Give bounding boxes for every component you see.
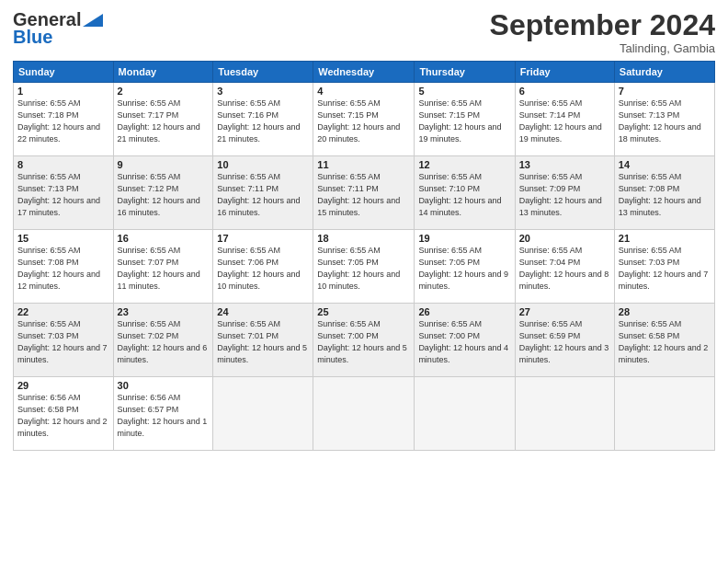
day-number: 8	[17, 159, 109, 170]
day-info: Sunrise: 6:55 AMSunset: 6:58 PMDaylight:…	[619, 318, 711, 366]
calendar-row: 15Sunrise: 6:55 AMSunset: 7:08 PMDayligh…	[14, 230, 715, 304]
calendar-cell: 6Sunrise: 6:55 AMSunset: 7:14 PMDaylight…	[515, 83, 614, 156]
calendar-cell: 15Sunrise: 6:55 AMSunset: 7:08 PMDayligh…	[14, 230, 114, 304]
day-info: Sunrise: 6:55 AMSunset: 7:11 PMDaylight:…	[317, 171, 410, 219]
calendar-cell: 14Sunrise: 6:55 AMSunset: 7:08 PMDayligh…	[614, 156, 714, 230]
logo: General Blue	[13, 9, 103, 48]
calendar-cell: 26Sunrise: 6:55 AMSunset: 7:00 PMDayligh…	[415, 304, 515, 377]
calendar-cell: 17Sunrise: 6:55 AMSunset: 7:06 PMDayligh…	[213, 230, 313, 304]
calendar-row: 8Sunrise: 6:55 AMSunset: 7:13 PMDaylight…	[14, 156, 715, 230]
day-number: 26	[418, 306, 510, 317]
day-number: 6	[519, 86, 610, 97]
calendar-header-row: Sunday Monday Tuesday Wednesday Thursday…	[14, 62, 715, 83]
col-tuesday: Tuesday	[213, 62, 313, 83]
day-info: Sunrise: 6:55 AMSunset: 7:09 PMDaylight:…	[519, 171, 610, 219]
day-info: Sunrise: 6:55 AMSunset: 7:07 PMDaylight:…	[118, 245, 210, 293]
day-number: 29	[17, 380, 109, 391]
calendar-cell: 24Sunrise: 6:55 AMSunset: 7:01 PMDayligh…	[213, 304, 313, 377]
calendar-cell: 18Sunrise: 6:55 AMSunset: 7:05 PMDayligh…	[313, 230, 415, 304]
day-number: 19	[418, 233, 510, 244]
month-title: September 2024	[490, 9, 715, 41]
day-info: Sunrise: 6:55 AMSunset: 7:01 PMDaylight:…	[217, 318, 309, 366]
day-number: 5	[418, 86, 510, 97]
day-number: 13	[519, 159, 610, 170]
logo-icon	[83, 14, 103, 27]
day-number: 20	[519, 233, 610, 244]
calendar-cell	[415, 377, 515, 451]
day-info: Sunrise: 6:55 AMSunset: 7:18 PMDaylight:…	[17, 98, 109, 145]
day-info: Sunrise: 6:55 AMSunset: 7:16 PMDaylight:…	[217, 98, 309, 145]
page-header: General Blue September 2024 Talinding, G…	[13, 9, 715, 55]
day-number: 4	[317, 86, 410, 97]
day-number: 3	[217, 86, 309, 97]
day-info: Sunrise: 6:55 AMSunset: 7:05 PMDaylight:…	[317, 245, 410, 293]
day-info: Sunrise: 6:55 AMSunset: 7:15 PMDaylight:…	[317, 98, 410, 145]
day-info: Sunrise: 6:55 AMSunset: 7:04 PMDaylight:…	[519, 245, 610, 293]
day-number: 28	[619, 306, 711, 317]
svg-marker-0	[83, 14, 103, 27]
day-info: Sunrise: 6:55 AMSunset: 7:08 PMDaylight:…	[17, 245, 109, 293]
day-info: Sunrise: 6:55 AMSunset: 7:03 PMDaylight:…	[17, 318, 109, 366]
day-number: 2	[118, 86, 210, 97]
day-info: Sunrise: 6:55 AMSunset: 7:08 PMDaylight:…	[619, 171, 711, 219]
location: Talinding, Gambia	[490, 41, 715, 55]
calendar-cell: 29Sunrise: 6:56 AMSunset: 6:58 PMDayligh…	[14, 377, 114, 451]
day-info: Sunrise: 6:55 AMSunset: 7:06 PMDaylight:…	[217, 245, 309, 293]
calendar-cell: 27Sunrise: 6:55 AMSunset: 6:59 PMDayligh…	[515, 304, 614, 377]
day-info: Sunrise: 6:55 AMSunset: 7:13 PMDaylight:…	[619, 98, 711, 145]
day-number: 27	[519, 306, 610, 317]
day-number: 25	[317, 306, 410, 317]
day-number: 24	[217, 306, 309, 317]
calendar-cell: 25Sunrise: 6:55 AMSunset: 7:00 PMDayligh…	[313, 304, 415, 377]
calendar-cell	[515, 377, 614, 451]
calendar-cell: 13Sunrise: 6:55 AMSunset: 7:09 PMDayligh…	[515, 156, 614, 230]
calendar-cell: 21Sunrise: 6:55 AMSunset: 7:03 PMDayligh…	[614, 230, 714, 304]
day-number: 22	[17, 306, 109, 317]
day-number: 9	[118, 159, 210, 170]
day-info: Sunrise: 6:55 AMSunset: 6:59 PMDaylight:…	[519, 318, 610, 366]
day-info: Sunrise: 6:55 AMSunset: 7:14 PMDaylight:…	[519, 98, 610, 145]
calendar-cell: 23Sunrise: 6:55 AMSunset: 7:02 PMDayligh…	[113, 304, 213, 377]
day-info: Sunrise: 6:55 AMSunset: 7:02 PMDaylight:…	[118, 318, 210, 366]
day-info: Sunrise: 6:56 AMSunset: 6:58 PMDaylight:…	[17, 392, 109, 440]
day-info: Sunrise: 6:55 AMSunset: 7:10 PMDaylight:…	[418, 171, 510, 219]
calendar-cell: 4Sunrise: 6:55 AMSunset: 7:15 PMDaylight…	[313, 83, 415, 156]
day-number: 18	[317, 233, 410, 244]
calendar-cell: 20Sunrise: 6:55 AMSunset: 7:04 PMDayligh…	[515, 230, 614, 304]
day-number: 21	[619, 233, 711, 244]
day-info: Sunrise: 6:55 AMSunset: 7:11 PMDaylight:…	[217, 171, 309, 219]
calendar-cell: 9Sunrise: 6:55 AMSunset: 7:12 PMDaylight…	[113, 156, 213, 230]
calendar-cell: 1Sunrise: 6:55 AMSunset: 7:18 PMDaylight…	[14, 83, 114, 156]
day-info: Sunrise: 6:55 AMSunset: 7:00 PMDaylight:…	[317, 318, 410, 366]
day-info: Sunrise: 6:56 AMSunset: 6:57 PMDaylight:…	[118, 392, 210, 440]
calendar-cell: 7Sunrise: 6:55 AMSunset: 7:13 PMDaylight…	[614, 83, 714, 156]
calendar-cell	[213, 377, 313, 451]
title-block: September 2024 Talinding, Gambia	[490, 9, 715, 55]
calendar-cell: 8Sunrise: 6:55 AMSunset: 7:13 PMDaylight…	[14, 156, 114, 230]
day-info: Sunrise: 6:55 AMSunset: 7:00 PMDaylight:…	[418, 318, 510, 366]
calendar-page: General Blue September 2024 Talinding, G…	[0, 0, 728, 563]
calendar-cell	[313, 377, 415, 451]
day-number: 14	[619, 159, 711, 170]
calendar-cell: 5Sunrise: 6:55 AMSunset: 7:15 PMDaylight…	[415, 83, 515, 156]
calendar-cell: 11Sunrise: 6:55 AMSunset: 7:11 PMDayligh…	[313, 156, 415, 230]
day-number: 12	[418, 159, 510, 170]
calendar-row: 29Sunrise: 6:56 AMSunset: 6:58 PMDayligh…	[14, 377, 715, 451]
col-monday: Monday	[113, 62, 213, 83]
calendar-cell: 3Sunrise: 6:55 AMSunset: 7:16 PMDaylight…	[213, 83, 313, 156]
col-wednesday: Wednesday	[313, 62, 415, 83]
calendar-cell: 28Sunrise: 6:55 AMSunset: 6:58 PMDayligh…	[614, 304, 714, 377]
calendar-table: Sunday Monday Tuesday Wednesday Thursday…	[13, 61, 715, 451]
logo-blue: Blue	[13, 27, 52, 48]
day-number: 11	[317, 159, 410, 170]
calendar-cell	[614, 377, 714, 451]
col-saturday: Saturday	[614, 62, 714, 83]
day-info: Sunrise: 6:55 AMSunset: 7:15 PMDaylight:…	[418, 98, 510, 145]
day-info: Sunrise: 6:55 AMSunset: 7:17 PMDaylight:…	[118, 98, 210, 145]
col-friday: Friday	[515, 62, 614, 83]
calendar-cell: 19Sunrise: 6:55 AMSunset: 7:05 PMDayligh…	[415, 230, 515, 304]
day-number: 15	[17, 233, 109, 244]
day-number: 10	[217, 159, 309, 170]
calendar-row: 22Sunrise: 6:55 AMSunset: 7:03 PMDayligh…	[14, 304, 715, 377]
day-number: 17	[217, 233, 309, 244]
